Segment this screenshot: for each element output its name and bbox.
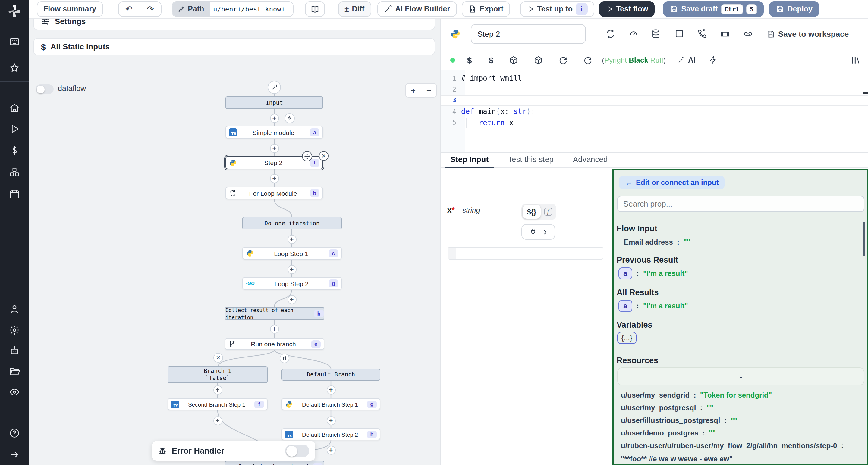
node-collect-result[interactable]: Collect result of each iteration b <box>225 307 324 320</box>
library-icon[interactable] <box>850 55 860 65</box>
tab-step-input[interactable]: Step Input <box>450 155 489 167</box>
variables-dollar-icon[interactable] <box>9 145 20 156</box>
insert-step-button[interactable] <box>327 416 336 425</box>
node-default-branch-step1[interactable]: Default Branch Step 1 g <box>281 398 380 410</box>
resources-cubes-icon[interactable] <box>9 167 20 178</box>
arg-value-input[interactable] <box>448 247 603 260</box>
insert-step-button[interactable] <box>327 445 336 455</box>
panel-scrollbar[interactable] <box>862 222 865 256</box>
add-branch-button[interactable] <box>280 354 289 363</box>
favorites-star-icon[interactable] <box>9 63 20 73</box>
zoom-out-button[interactable]: − <box>421 83 437 98</box>
error-handler-toggle[interactable] <box>285 444 309 457</box>
node-loop-step2[interactable]: -GO Loop Step 2 d <box>242 277 342 290</box>
resource-row[interactable]: u/ruben-user/u/ruben-user/my_flow_2/g/al… <box>621 441 844 450</box>
tab-advanced[interactable]: Advanced <box>573 155 608 167</box>
previous-result-row[interactable]: a : "I'm a result" <box>618 267 688 279</box>
home-icon[interactable] <box>9 102 20 113</box>
test-flow-button[interactable]: Test flow <box>599 1 655 17</box>
insert-step-button[interactable] <box>270 144 279 153</box>
settings-gear-icon[interactable] <box>9 325 20 335</box>
docs-book-button[interactable] <box>305 1 324 17</box>
connect-input-button[interactable] <box>521 224 555 240</box>
help-icon[interactable] <box>9 428 20 438</box>
schedules-calendar-icon[interactable] <box>9 189 20 199</box>
dataflow-toggle[interactable] <box>36 84 54 94</box>
collapse-arrow-icon[interactable] <box>9 449 20 460</box>
insert-step-button[interactable] <box>213 416 222 425</box>
node-simple-module[interactable]: TS Simple module a <box>225 126 323 138</box>
cycle-icon[interactable] <box>606 29 615 38</box>
result-id-badge[interactable]: a <box>618 300 632 312</box>
node-branch1[interactable]: Branch 1`false` <box>167 366 268 383</box>
save-draft-button[interactable]: Save draft Ctrl S <box>663 1 764 17</box>
dollar-icon[interactable]: $ <box>467 55 472 65</box>
resource-row[interactable]: u/user/my_sendgrid : "Token for sendgrid… <box>621 391 772 399</box>
all-results-row[interactable]: a : "I'm a result" <box>618 300 688 312</box>
insert-step-button[interactable] <box>213 385 222 394</box>
ai-flow-builder-button[interactable]: AI Flow Builder <box>377 1 457 17</box>
path-input[interactable] <box>210 2 293 16</box>
resource-row[interactable]: u/user/demo_postgres : "" <box>621 429 716 437</box>
voicemail-icon[interactable] <box>743 29 753 38</box>
step-name-input[interactable] <box>471 24 586 44</box>
zoom-in-button[interactable]: + <box>405 83 421 98</box>
resource-row[interactable]: u/user/my_postgresql : "" <box>621 404 713 412</box>
database-icon[interactable] <box>651 29 661 38</box>
audit-eye-icon[interactable] <box>9 387 20 398</box>
panel-splitter[interactable] <box>441 152 868 153</box>
expr-mode-chip[interactable]: ${} <box>523 205 541 219</box>
resources-filter-box[interactable]: - <box>617 367 864 386</box>
node-default-branch[interactable]: Default Branch <box>281 369 380 381</box>
users-icon[interactable] <box>9 304 20 314</box>
node-loop-step1[interactable]: Loop Step 1 c <box>242 247 342 260</box>
undo-icon[interactable]: ↶ <box>119 2 140 16</box>
test-up-to-button[interactable]: Test up to i <box>520 1 594 17</box>
save-to-workspace-button[interactable]: Save to workspace <box>764 26 851 41</box>
search-prop-input[interactable] <box>617 196 864 212</box>
fn-mode-chip[interactable]: f <box>541 205 555 219</box>
diff-button[interactable]: ± Diff <box>338 1 371 17</box>
deploy-button[interactable]: Deploy <box>770 1 819 17</box>
package-icon[interactable] <box>508 55 518 65</box>
code-editor[interactable]: 1# import wmill 2 3 4 def main(x: str): … <box>441 70 868 152</box>
ai-button[interactable]: AI <box>678 56 695 64</box>
flow-summary-button[interactable]: Flow summary <box>37 1 103 17</box>
tab-test-this-step[interactable]: Test this step <box>508 155 554 167</box>
flow-ai-wand-button[interactable] <box>268 81 281 94</box>
insert-step-button[interactable] <box>287 265 296 274</box>
insert-step-button[interactable] <box>270 174 279 183</box>
redo-icon[interactable]: ↷ <box>140 2 161 16</box>
dollar-icon[interactable]: $ <box>489 55 494 65</box>
frame-icon[interactable] <box>720 29 730 38</box>
node-do-one-iteration[interactable]: Do one iteration <box>242 217 342 230</box>
runs-keyboard-icon[interactable] <box>9 36 20 47</box>
node-second-branch-step1[interactable]: TS Second Branch Step 1 f <box>167 398 268 410</box>
variables-expand-badge[interactable]: {...} <box>617 332 637 344</box>
move-step-button[interactable] <box>302 151 312 161</box>
result-id-badge[interactable]: a <box>618 267 632 279</box>
phone-icon[interactable] <box>698 29 707 38</box>
rotate-cw-icon[interactable] <box>583 55 592 65</box>
insert-step-button[interactable] <box>327 385 336 394</box>
package-icon[interactable] <box>533 55 543 65</box>
edit-connect-back-button[interactable]: ← Edit or connect an input <box>619 176 725 189</box>
trigger-bolt-button[interactable] <box>284 113 295 124</box>
insert-step-button[interactable] <box>287 235 296 244</box>
folders-icon[interactable] <box>9 366 20 377</box>
resource-row-value[interactable]: "**foo** #e we w wewe - ewe ew" <box>621 455 733 463</box>
export-button[interactable]: Export <box>461 1 510 17</box>
rotate-cw-icon[interactable] <box>558 55 567 65</box>
node-input[interactable]: Input <box>225 96 323 109</box>
insert-step-button[interactable] <box>287 295 296 304</box>
gauge-icon[interactable] <box>629 29 638 38</box>
bolt-icon[interactable] <box>709 55 717 65</box>
all-static-inputs-card[interactable]: $ All Static Inputs <box>33 38 435 56</box>
insert-step-button[interactable] <box>270 324 279 333</box>
runs-play-icon[interactable] <box>9 124 20 134</box>
resource-row[interactable]: u/user/illustrious_postgresql : "" <box>621 416 738 425</box>
node-result-branch[interactable]: Result of the chosen branch e <box>225 461 324 465</box>
delete-step-button[interactable]: ✕ <box>319 151 329 161</box>
node-run-one-branch[interactable]: Run one branch e <box>225 338 324 350</box>
square-icon[interactable] <box>675 29 684 38</box>
